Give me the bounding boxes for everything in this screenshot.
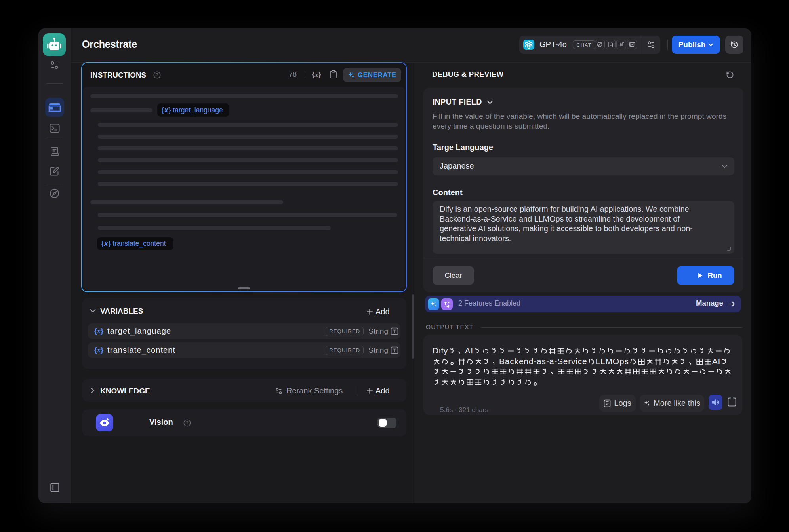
svg-text:?: ? (156, 72, 158, 77)
svg-text:?: ? (186, 420, 189, 425)
